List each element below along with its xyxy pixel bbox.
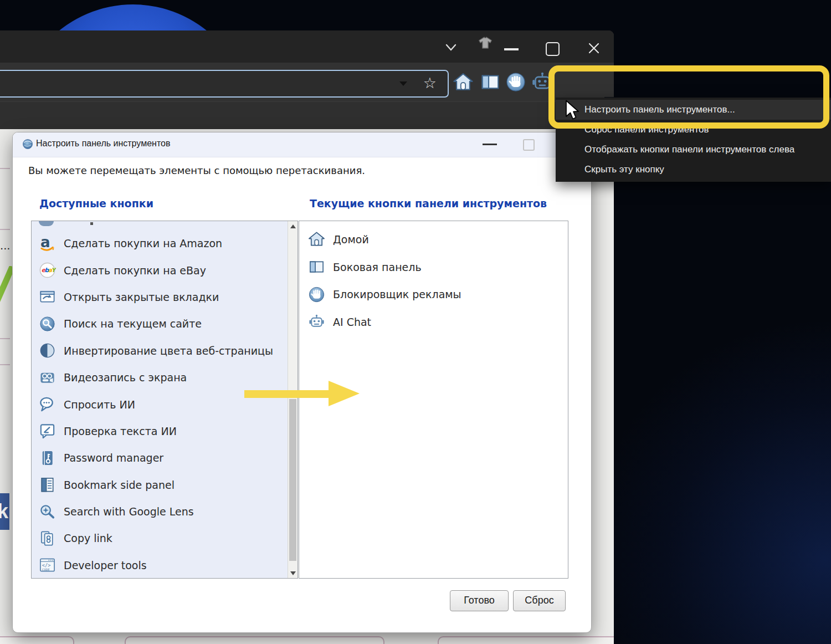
available-button-item[interactable]: Developer tools bbox=[32, 552, 297, 579]
item-label: Спросить ИИ bbox=[64, 398, 135, 411]
dialog-minimize-button[interactable] bbox=[483, 144, 497, 145]
available-button-item[interactable]: Bookmark side panel bbox=[32, 472, 297, 498]
item-label: AI Chat bbox=[333, 316, 371, 328]
current-button-item[interactable]: Блокировщик рекламы bbox=[299, 280, 568, 308]
available-button-item[interactable]: Открыть закрытые вкладки bbox=[32, 284, 297, 310]
item-label: Открыть закрытые вкладки bbox=[64, 291, 219, 303]
item-label: Инвертирование цвета веб-страницы bbox=[64, 345, 273, 357]
page-field bbox=[125, 636, 384, 644]
page-ellipsis-text: ... bbox=[1, 242, 11, 251]
item-icon bbox=[39, 288, 56, 305]
history-dropdown-icon[interactable] bbox=[399, 81, 407, 86]
available-button-item[interactable]: Сделать покупки на eBay bbox=[32, 257, 297, 283]
item-icon bbox=[39, 530, 56, 547]
item-icon bbox=[308, 286, 325, 303]
available-button-item[interactable]: Password manager bbox=[32, 444, 297, 471]
item-icon bbox=[39, 449, 56, 467]
partially-scrolled-item bbox=[39, 221, 54, 226]
dialog-title: Настроить панель инструментов bbox=[36, 139, 170, 149]
item-label: Search with Google Lens bbox=[64, 505, 194, 518]
page-divider bbox=[0, 364, 10, 365]
bookmark-star-icon[interactable]: ☆ bbox=[423, 74, 437, 93]
annotation-highlight-box bbox=[548, 65, 829, 129]
item-label: Проверка текста ИИ bbox=[64, 425, 177, 437]
item-icon bbox=[308, 258, 325, 275]
current-button-item[interactable]: Домой bbox=[299, 226, 568, 253]
item-label: Домой bbox=[333, 233, 369, 246]
reset-button[interactable]: Сброс bbox=[513, 590, 566, 611]
item-icon bbox=[39, 396, 56, 413]
item-label: Bookmark side panel bbox=[64, 479, 175, 491]
page-field bbox=[438, 636, 614, 644]
globe-window-icon bbox=[22, 138, 34, 150]
item-label: Password manager bbox=[64, 452, 163, 464]
item-label: Сделать покупки на eBay bbox=[64, 264, 206, 277]
item-label: Copy link bbox=[64, 532, 112, 544]
item-icon bbox=[39, 315, 56, 333]
item-label: Поиск на текущем сайте bbox=[64, 318, 202, 330]
item-label: Developer tools bbox=[64, 559, 147, 571]
available-button-item[interactable]: Copy link bbox=[32, 525, 297, 551]
current-button-item[interactable]: Боковая панель bbox=[299, 253, 568, 281]
dialog-maximize-button[interactable] bbox=[523, 139, 535, 151]
item-icon bbox=[39, 262, 56, 279]
scroll-down-icon[interactable] bbox=[288, 568, 297, 578]
available-buttons-header: Доступные кнопки bbox=[39, 197, 153, 209]
scrollbar-thumb[interactable] bbox=[289, 399, 296, 561]
side-panel-icon[interactable] bbox=[480, 71, 501, 93]
available-button-item[interactable]: Search with Google Lens bbox=[32, 498, 297, 525]
item-icon bbox=[308, 231, 325, 248]
partially-scrolled-text bbox=[90, 222, 93, 225]
page-divider bbox=[0, 229, 10, 230]
available-button-item[interactable]: Поиск на текущем сайте bbox=[32, 310, 297, 337]
page-field bbox=[0, 636, 74, 644]
close-button[interactable] bbox=[586, 40, 602, 57]
home-icon[interactable] bbox=[453, 71, 474, 93]
item-icon bbox=[39, 422, 56, 439]
item-icon bbox=[39, 369, 56, 386]
item-icon bbox=[308, 313, 325, 330]
address-bar[interactable]: ☆ bbox=[0, 70, 449, 98]
item-label: Блокировщик рекламы bbox=[333, 288, 461, 300]
customize-toolbar-dialog: Настроить панель инструментов Вы можете … bbox=[12, 132, 592, 633]
available-button-item[interactable]: Проверка текста ИИ bbox=[32, 418, 297, 444]
done-button[interactable]: Готово bbox=[450, 590, 509, 611]
item-label: Сделать покупки на Amazon bbox=[64, 237, 222, 249]
current-buttons-header: Текущие кнопки панели инструментов bbox=[310, 197, 547, 209]
menu-item-hide-button[interactable]: Скрыть эту кнопку bbox=[556, 160, 831, 180]
page-divider bbox=[0, 168, 10, 169]
social-badge[interactable]: k bbox=[0, 493, 9, 530]
browser-titlebar bbox=[0, 30, 614, 63]
bookmarks-bar bbox=[0, 101, 614, 130]
page-divider bbox=[0, 338, 10, 339]
maximize-button[interactable] bbox=[546, 42, 560, 56]
menu-item-buttons-left[interactable]: Отображать кнопки панели инструментов сл… bbox=[556, 140, 831, 160]
scroll-up-icon[interactable] bbox=[288, 221, 297, 231]
item-label: Видеозапись с экрана bbox=[64, 371, 187, 384]
item-icon bbox=[39, 235, 56, 252]
mouse-cursor bbox=[565, 100, 583, 123]
annotation-drag-arrow bbox=[244, 377, 362, 410]
ad-blocker-icon[interactable] bbox=[505, 71, 526, 93]
item-label: Боковая панель bbox=[333, 261, 422, 273]
item-icon bbox=[39, 476, 56, 493]
skin-tshirt-icon[interactable] bbox=[476, 35, 494, 53]
wallpaper-glow bbox=[576, 310, 831, 644]
minimize-button[interactable] bbox=[504, 48, 519, 50]
item-icon bbox=[39, 342, 56, 359]
available-button-item[interactable]: Инвертирование цвета веб-страницы bbox=[32, 338, 297, 364]
dialog-titlebar[interactable]: Настроить панель инструментов bbox=[13, 132, 591, 157]
item-icon bbox=[39, 503, 56, 520]
available-button-item[interactable]: Сделать покупки на Amazon bbox=[32, 230, 297, 257]
browser-toolbar: ☆ bbox=[0, 63, 614, 101]
green-check-icon bbox=[0, 266, 12, 305]
item-icon bbox=[39, 556, 56, 574]
dialog-instruction: Вы можете перемещать элементы с помощью … bbox=[28, 165, 365, 176]
chevron-down-icon[interactable] bbox=[443, 40, 459, 55]
current-button-item[interactable]: AI Chat bbox=[299, 308, 568, 336]
